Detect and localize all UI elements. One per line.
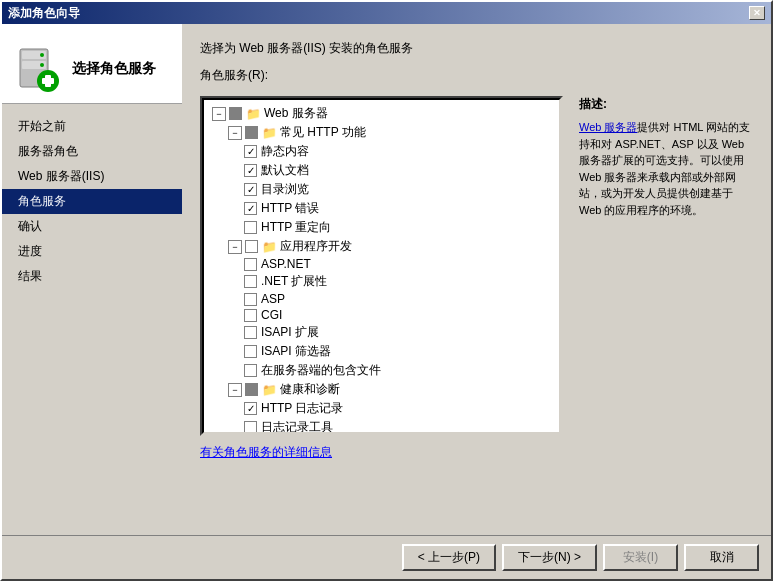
server-icon xyxy=(12,45,60,93)
checkbox-web-server[interactable] xyxy=(229,107,242,120)
footer: < 上一步(P) 下一步(N) > 安装(I) 取消 xyxy=(2,535,771,579)
description-label: 描述: xyxy=(579,96,753,113)
folder-icon-health-diag: 📁 xyxy=(262,383,277,397)
expander-common-http[interactable]: − xyxy=(228,126,242,140)
main-window: 添加角色向导 ✕ xyxy=(0,0,773,581)
checkbox-default-doc[interactable] xyxy=(244,164,257,177)
tree-item-default-doc: 默认文档 xyxy=(204,161,559,180)
tree-item-health-diag: − 📁 健康和诊断 xyxy=(204,380,559,399)
next-button[interactable]: 下一步(N) > xyxy=(502,544,597,571)
svg-point-4 xyxy=(40,63,44,67)
sidebar-page-title: 选择角色服务 xyxy=(72,59,156,77)
sidebar: 选择角色服务 开始之前 服务器角色 Web 服务器(IIS) 角色服务 确认 xyxy=(2,24,182,535)
sidebar-item-start[interactable]: 开始之前 xyxy=(2,114,182,139)
svg-rect-7 xyxy=(42,78,54,84)
checkbox-static-content[interactable] xyxy=(244,145,257,158)
checkbox-isapi-filter[interactable] xyxy=(244,345,257,358)
checkbox-http-redirect[interactable] xyxy=(244,221,257,234)
checkbox-logging-tools[interactable] xyxy=(244,421,257,434)
more-info-link[interactable]: 有关角色服务的详细信息 xyxy=(200,444,563,461)
checkbox-server-side-inc[interactable] xyxy=(244,364,257,377)
expander-health-diag[interactable]: − xyxy=(228,383,242,397)
tree-item-http-redirect: HTTP 重定向 xyxy=(204,218,559,237)
tree-item-web-server: − 📁 Web 服务器 xyxy=(204,104,559,123)
web-server-link[interactable]: Web 服务器 xyxy=(579,121,637,133)
cancel-button[interactable]: 取消 xyxy=(684,544,759,571)
tree-item-dir-browsing: 目录浏览 xyxy=(204,180,559,199)
main-body: − 📁 Web 服务器 − 📁 常见 HTTP 功能 xyxy=(200,96,753,519)
folder-icon-app-dev: 📁 xyxy=(262,240,277,254)
checkbox-http-logging[interactable] xyxy=(244,402,257,415)
checkbox-asp-net[interactable] xyxy=(244,258,257,271)
sidebar-header: 选择角色服务 xyxy=(2,24,182,104)
folder-icon-web-server: 📁 xyxy=(246,107,261,121)
expander-web-server[interactable]: − xyxy=(212,107,226,121)
tree-item-isapi-filter: ISAPI 筛选器 xyxy=(204,342,559,361)
tree-item-asp: ASP xyxy=(204,291,559,307)
tree-panel[interactable]: − 📁 Web 服务器 − 📁 常见 HTTP 功能 xyxy=(202,98,561,434)
folder-icon-common-http: 📁 xyxy=(262,126,277,140)
main-content: 选择为 Web 服务器(IIS) 安装的角色服务 角色服务(R): − 📁 We… xyxy=(182,24,771,535)
tree-item-net-ext: .NET 扩展性 xyxy=(204,272,559,291)
checkbox-app-dev[interactable] xyxy=(245,240,258,253)
checkbox-health-diag[interactable] xyxy=(245,383,258,396)
install-button[interactable]: 安装(I) xyxy=(603,544,678,571)
checkbox-isapi-ext[interactable] xyxy=(244,326,257,339)
tree-container: − 📁 Web 服务器 − 📁 常见 HTTP 功能 xyxy=(200,96,563,519)
description-text: Web 服务器提供对 HTML 网站的支持和对 ASP.NET、ASP 以及 W… xyxy=(579,119,753,218)
tree-item-http-logging: HTTP 日志记录 xyxy=(204,399,559,418)
tree-item-logging-tools: 日志记录工具 xyxy=(204,418,559,434)
tree-item-common-http: − 📁 常见 HTTP 功能 xyxy=(204,123,559,142)
role-services-label: 角色服务(R): xyxy=(200,67,753,84)
expander-app-dev[interactable]: − xyxy=(228,240,242,254)
sidebar-nav: 开始之前 服务器角色 Web 服务器(IIS) 角色服务 确认 进度 xyxy=(2,104,182,299)
description-panel: 描述: Web 服务器提供对 HTML 网站的支持和对 ASP.NET、ASP … xyxy=(563,96,753,519)
tree-item-app-dev: − 📁 应用程序开发 xyxy=(204,237,559,256)
checkbox-asp[interactable] xyxy=(244,293,257,306)
svg-point-3 xyxy=(40,53,44,57)
sidebar-item-progress[interactable]: 进度 xyxy=(2,239,182,264)
sidebar-item-confirm[interactable]: 确认 xyxy=(2,214,182,239)
sidebar-item-web-server[interactable]: Web 服务器(IIS) xyxy=(2,164,182,189)
window-controls: ✕ xyxy=(749,6,765,20)
tree-item-isapi-ext: ISAPI 扩展 xyxy=(204,323,559,342)
checkbox-dir-browsing[interactable] xyxy=(244,183,257,196)
checkbox-cgi[interactable] xyxy=(244,309,257,322)
tree-scroll-wrapper: − 📁 Web 服务器 − 📁 常见 HTTP 功能 xyxy=(200,96,563,436)
sidebar-item-role-services[interactable]: 角色服务 xyxy=(2,189,182,214)
tree-item-server-side-inc: 在服务器端的包含文件 xyxy=(204,361,559,380)
sidebar-item-server-roles[interactable]: 服务器角色 xyxy=(2,139,182,164)
titlebar: 添加角色向导 ✕ xyxy=(2,2,771,24)
checkbox-common-http[interactable] xyxy=(245,126,258,139)
close-button[interactable]: ✕ xyxy=(749,6,765,20)
prev-button[interactable]: < 上一步(P) xyxy=(402,544,496,571)
window-title: 添加角色向导 xyxy=(8,5,80,22)
tree-item-static-content: 静态内容 xyxy=(204,142,559,161)
instruction-text: 选择为 Web 服务器(IIS) 安装的角色服务 xyxy=(200,40,753,57)
tree-item-cgi: CGI xyxy=(204,307,559,323)
tree-item-http-errors: HTTP 错误 xyxy=(204,199,559,218)
content-area: 选择角色服务 开始之前 服务器角色 Web 服务器(IIS) 角色服务 确认 xyxy=(2,24,771,535)
tree-item-asp-net: ASP.NET xyxy=(204,256,559,272)
checkbox-http-errors[interactable] xyxy=(244,202,257,215)
checkbox-net-ext[interactable] xyxy=(244,275,257,288)
sidebar-item-results[interactable]: 结果 xyxy=(2,264,182,289)
